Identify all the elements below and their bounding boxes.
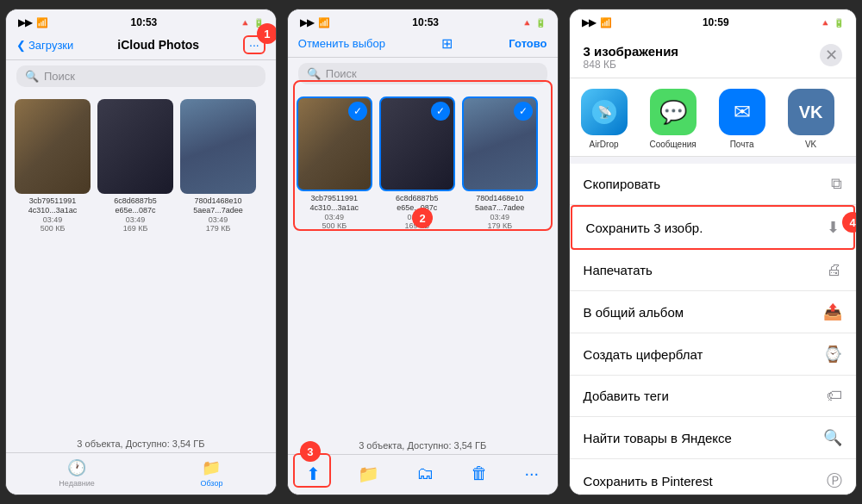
share-action-watchface[interactable]: Создать циферблат ⌚	[570, 333, 856, 376]
file-thumb-3	[180, 99, 256, 194]
list-item[interactable]: ✓ 780d1468e105aea7...7adee 03:49 179 КБ	[462, 96, 538, 430]
copy-icon: ⧉	[831, 175, 842, 193]
screen1-tab-overview[interactable]: 📁 Обзор	[200, 458, 222, 488]
screen3-status-left: ▶▶ 📶	[582, 17, 612, 28]
screen1-signal-icon: ▶▶	[18, 17, 32, 28]
list-item[interactable]: 6c8d6887b5e65e...087c 03:49 169 КБ	[97, 99, 173, 428]
file-meta-s3: 03:49	[490, 213, 510, 221]
list-item[interactable]: 3cb795119914c310...3а1ac 03:49 500 КБ	[15, 99, 91, 428]
file-thumb-s2: ✓	[379, 96, 455, 191]
file-meta-3: 03:49	[209, 215, 228, 224]
screen2-grid-icon[interactable]: ⊞	[441, 35, 453, 52]
share-action-yandex[interactable]: Найти товары в Яндексе 🔍	[570, 417, 856, 459]
shared-album-icon: 📤	[823, 302, 842, 321]
screen1-nav-title: iCloud Photos	[117, 38, 199, 52]
yandex-label: Найти товары в Яндексе	[584, 431, 732, 445]
share-title-block: 3 изображения 848 КБ	[584, 44, 679, 71]
screen1-overview-icon: 📁	[202, 458, 221, 477]
share-apps-row: 📡 AirDrop 💬 Сообщения ✉ Почта VK VK	[570, 78, 856, 157]
vk-icon: VK	[788, 89, 834, 135]
file-name-s3: 780d1468e105aea7...7adee	[475, 194, 525, 213]
list-item[interactable]: ✓ 6c8d6887b5e65e...087c 03:49 169 КБ	[379, 96, 455, 430]
screen2-search-bar: 🔍 Поиск	[288, 58, 558, 90]
screen2-signal-icon: ▶▶	[300, 17, 314, 28]
file-name-s1: 3cb795119914c310...3а1ac	[310, 194, 359, 213]
messages-icon: 💬	[650, 89, 696, 135]
airdrop-label: AirDrop	[590, 140, 619, 149]
file-meta-2: 03:49	[126, 215, 146, 224]
screen2-bottom-status: 3 объекта, Доступно: 3,54 ГБ	[288, 437, 558, 454]
screen1-bottom-status: 3 объекта, Доступно: 3,54 ГБ	[6, 435, 276, 452]
screen3-time: 10:59	[703, 16, 729, 28]
screen1-back-button[interactable]: ❮ Загрузки	[16, 39, 73, 52]
save-label: Сохранить 3 изобр.	[586, 221, 703, 235]
screen1-arrow-icon: 🔺	[240, 18, 250, 28]
screen2-search-placeholder: Поиск	[326, 67, 357, 80]
share-app-mail[interactable]: ✉ Почта	[708, 89, 777, 149]
share-app-airdrop[interactable]: 📡 AirDrop	[570, 89, 639, 149]
svg-text:📡: 📡	[597, 105, 612, 120]
share-title: 3 изображения	[584, 44, 679, 59]
print-icon: 🖨	[827, 261, 842, 279]
share-app-vk[interactable]: VK VK	[777, 89, 846, 149]
move-button[interactable]: 🗂	[409, 460, 440, 488]
screen2-time: 10:53	[412, 16, 439, 28]
screen1-bottom-bar: 🕐 Недавние 📁 Обзор	[6, 452, 276, 495]
screen1-marker-1: 1	[257, 23, 277, 44]
screen2-cancel-button[interactable]: Отменить выбор	[298, 37, 385, 50]
file-name-1: 3cb795119914c310...3а1ac	[28, 196, 78, 215]
share-action-tags[interactable]: Добавить теги 🏷	[570, 376, 856, 417]
watchface-label: Создать циферблат	[584, 347, 703, 362]
screen2-status-bar: ▶▶ 📶 10:53 🔺 🔋	[288, 9, 558, 34]
screen1-search-icon: 🔍	[25, 70, 39, 83]
list-item[interactable]: ✓ 3cb795119914c310...3а1ac 03:49 500 КБ	[297, 96, 372, 430]
screen3: ▶▶ 📶 10:59 🔺 🔋 3 изображения 848 КБ ✕	[569, 9, 857, 495]
share-action-save[interactable]: Сохранить 3 изобр. ⬇	[571, 205, 855, 250]
file-name-2: 6c8d6887b5e65e...087c	[114, 196, 157, 215]
screen1-back-chevron: ❮	[16, 39, 26, 52]
yandex-icon: 🔍	[823, 428, 842, 447]
screen3-arrow-icon: 🔺	[820, 18, 830, 28]
share-action-print[interactable]: Напечатать 🖨	[570, 250, 856, 291]
screen2-wifi-icon: 📶	[318, 17, 330, 28]
messages-label: Сообщения	[649, 140, 696, 149]
screen2-done-button[interactable]: Готово	[509, 37, 547, 50]
list-item[interactable]: 780d1468e105aea7...7adee 03:49 179 КБ	[180, 99, 256, 428]
screen3-battery: 🔺 🔋	[820, 18, 844, 28]
file-size-1: 500 КБ	[41, 224, 66, 233]
shared-album-label: В общий альбом	[584, 305, 684, 320]
screen2-battery: 🔺 🔋	[522, 18, 546, 28]
screen2-arrow-icon: 🔺	[522, 18, 532, 28]
screen1-wifi-icon: 📶	[36, 17, 48, 28]
share-size: 848 КБ	[584, 59, 679, 71]
screen2-nav-bar: Отменить выбор ⊞ Готово	[288, 34, 558, 58]
screen1-status-left: ▶▶ 📶	[18, 17, 48, 28]
screen1-recent-icon: 🕐	[67, 458, 86, 477]
screen1-tab-recent[interactable]: 🕐 Недавние	[59, 458, 94, 488]
screen3-battery-icon: 🔋	[834, 18, 844, 28]
screen2-battery-icon: 🔋	[535, 18, 546, 28]
share-action-pinterest[interactable]: Сохранить в Pinterest Ⓟ	[570, 459, 856, 495]
screen2-status-left: ▶▶ 📶	[300, 17, 330, 28]
mail-label: Почта	[730, 140, 754, 149]
add-to-folder-button[interactable]: 📁	[351, 460, 386, 488]
more-button[interactable]: ···	[517, 460, 546, 488]
selected-check-2: ✓	[431, 102, 450, 121]
file-size-s3: 179 КБ	[487, 221, 512, 230]
print-label: Напечатать	[584, 263, 653, 277]
screen2-files-grid: ✓ 3cb795119914c310...3а1ac 03:49 500 КБ …	[288, 90, 558, 437]
screen1-search-input[interactable]: 🔍 Поиск	[16, 65, 265, 87]
share-close-button[interactable]: ✕	[820, 44, 842, 66]
screen3-wifi-icon: 📶	[600, 17, 612, 28]
screen1: ▶▶ 📶 10:53 🔺 🔋 ❮ Загрузки iCloud Photos …	[5, 9, 277, 495]
share-action-copy[interactable]: Скопировать ⧉	[570, 164, 856, 205]
share-action-shared-album[interactable]: В общий альбом 📤	[570, 291, 856, 333]
screens-container: ▶▶ 📶 10:53 🔺 🔋 ❮ Загрузки iCloud Photos …	[0, 0, 862, 504]
screen2-search-input[interactable]: 🔍 Поиск	[298, 63, 547, 84]
file-size-3: 179 КБ	[206, 224, 231, 233]
file-size-2: 169 КБ	[123, 224, 148, 233]
mail-icon: ✉	[719, 89, 765, 135]
delete-button[interactable]: 🗑	[464, 460, 495, 488]
screen1-files-grid: 3cb795119914c310...3а1ac 03:49 500 КБ 6c…	[6, 92, 276, 435]
share-app-messages[interactable]: 💬 Сообщения	[639, 89, 708, 149]
